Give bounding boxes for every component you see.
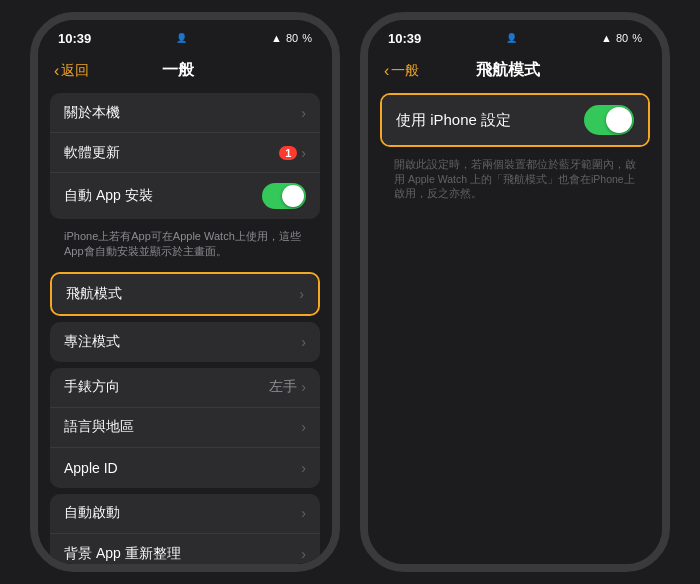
chevron-handedness: › [301, 379, 306, 395]
settings-group-flight[interactable]: 飛航模式 › [50, 272, 320, 316]
battery-symbol-right: % [632, 32, 642, 44]
settings-row-update[interactable]: 軟體更新 1 › [50, 133, 320, 173]
back-label-left: 返回 [61, 62, 89, 80]
flight-mode-toggle-group: 使用 iPhone 設定 [380, 93, 650, 147]
chevron-apple-id: › [301, 460, 306, 476]
chevron-autostart: › [301, 505, 306, 521]
row-label-handedness: 手錶方向 [64, 378, 269, 396]
flight-toggle-row[interactable]: 使用 iPhone 設定 [382, 95, 648, 145]
row-label-auto-install: 自動 App 安裝 [64, 187, 262, 205]
nav-bar-right: ‹ 一般 飛航模式 [368, 52, 662, 87]
row-label-language: 語言與地區 [64, 418, 301, 436]
row-label-focus: 專注模式 [64, 333, 301, 351]
person-icon-left: 👤 [176, 33, 187, 43]
row-label-about: 關於本機 [64, 104, 301, 122]
back-button-right[interactable]: ‹ 一般 [384, 62, 419, 80]
page-title-left: 一般 [89, 60, 266, 81]
flight-mode-content: 使用 iPhone 設定 開啟此設定時，若兩個裝置都位於藍牙範圍內，啟用 App… [368, 87, 662, 564]
status-icons-left: ▲ 80 % [271, 32, 312, 44]
settings-group-focus: 專注模式 › [50, 322, 320, 362]
row-label-apple-id: Apple ID [64, 460, 301, 476]
row-label-update: 軟體更新 [64, 144, 279, 162]
status-bar-left: 10:39 👤 ▲ 80 % [38, 20, 332, 52]
description-auto-install: iPhone上若有App可在Apple Watch上使用，這些App會自動安裝並… [50, 225, 320, 266]
chevron-about: › [301, 105, 306, 121]
battery-text-left: 80 [286, 32, 298, 44]
settings-row-apple-id[interactable]: Apple ID › [50, 448, 320, 488]
back-chevron-left: ‹ [54, 62, 59, 80]
settings-row-flight[interactable]: 飛航模式 › [52, 274, 318, 314]
nav-bar-left: ‹ 返回 一般 [38, 52, 332, 87]
flight-description: 開啟此設定時，若兩個裝置都位於藍牙範圍內，啟用 Apple Watch 上的「飛… [380, 153, 650, 207]
back-label-right: 一般 [391, 62, 419, 80]
settings-row-auto-install[interactable]: 自動 App 安裝 [50, 173, 320, 219]
chevron-bg-refresh: › [301, 546, 306, 562]
row-label-flight: 飛航模式 [66, 285, 299, 303]
settings-row-bg-refresh[interactable]: 背景 App 重新整理 › [50, 534, 320, 564]
settings-row-handedness[interactable]: 手錶方向 左手 › [50, 368, 320, 408]
back-chevron-right: ‹ [384, 62, 389, 80]
row-label-bg-refresh: 背景 App 重新整理 [64, 545, 301, 563]
status-bar-right: 10:39 👤 ▲ 80 % [368, 20, 662, 52]
update-badge: 1 [279, 146, 297, 160]
flight-mode-toggle[interactable] [584, 105, 634, 135]
settings-row-language[interactable]: 語言與地區 › [50, 408, 320, 448]
phone-right: 10:39 👤 ▲ 80 % ‹ 一般 飛航模式 使用 iPhone 設定 開啟… [360, 12, 670, 572]
chevron-focus: › [301, 334, 306, 350]
status-time-left: 10:39 [58, 31, 91, 46]
chevron-flight: › [299, 286, 304, 302]
settings-scroll-left: 關於本機 › 軟體更新 1 › 自動 App 安裝 iPhone上若有App可在… [38, 87, 332, 564]
toggle-auto-install[interactable] [262, 183, 306, 209]
status-time-right: 10:39 [388, 31, 421, 46]
person-icon-right: 👤 [506, 33, 517, 43]
settings-group-lang: 手錶方向 左手 › 語言與地區 › Apple ID › [50, 368, 320, 488]
phone-left: 10:39 👤 ▲ 80 % ‹ 返回 一般 關於本機 › 軟體更新 1 [30, 12, 340, 572]
settings-row-autostart[interactable]: 自動啟動 › [50, 494, 320, 534]
handedness-value: 左手 [269, 378, 297, 396]
status-icons-right: ▲ 80 % [601, 32, 642, 44]
back-button-left[interactable]: ‹ 返回 [54, 62, 89, 80]
settings-group-auto: 自動啟動 › 背景 App 重新整理 › [50, 494, 320, 564]
chevron-language: › [301, 419, 306, 435]
chevron-update: › [301, 145, 306, 161]
settings-row-focus[interactable]: 專注模式 › [50, 322, 320, 362]
settings-row-about[interactable]: 關於本機 › [50, 93, 320, 133]
battery-text-right: 80 [616, 32, 628, 44]
flight-toggle-label: 使用 iPhone 設定 [396, 111, 584, 130]
settings-group-1: 關於本機 › 軟體更新 1 › 自動 App 安裝 [50, 93, 320, 219]
battery-symbol-left: % [302, 32, 312, 44]
page-title-right: 飛航模式 [419, 60, 596, 81]
wifi-icon-right: ▲ [601, 32, 612, 44]
row-label-autostart: 自動啟動 [64, 504, 301, 522]
wifi-icon-left: ▲ [271, 32, 282, 44]
